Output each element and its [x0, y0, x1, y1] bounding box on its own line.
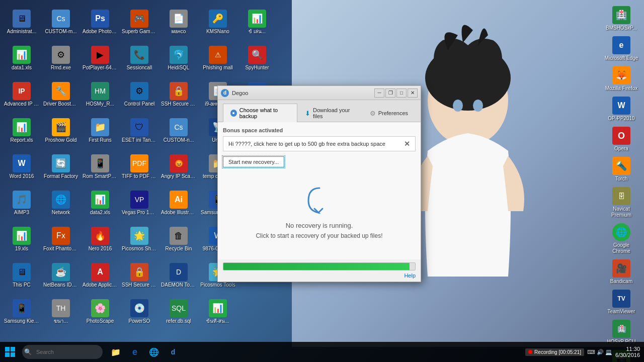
icon-aimp3[interactable]: 🎵 AIMP3 — [2, 185, 41, 221]
icon-formatfactory[interactable]: 🔄 Format Factory — [41, 149, 80, 185]
icon-firstruns[interactable]: 📁 First Runs — [80, 113, 120, 149]
svg-point-3 — [453, 100, 463, 112]
bonus-close-button[interactable]: ✕ — [404, 140, 410, 148]
icon-oppp2010[interactable]: W OP-PP2010 — [602, 95, 641, 124]
rec-indicator — [528, 350, 532, 354]
icon-sessioncall[interactable]: 📞 Sessioncall — [120, 40, 159, 76]
icon-data1xls[interactable]: 📊 data1.xls — [2, 40, 41, 76]
icon-heidisql[interactable]: 🐬 HeidiSQL — [159, 40, 198, 76]
icon-bmshosxp[interactable]: 🏥 BMSHOSxP... — [602, 4, 641, 33]
icon-driverbooster[interactable]: 🔧 Driver Booster 3 — [41, 76, 80, 113]
icon-vegaspro[interactable]: VP Vegas Pro 13.0 (64-bit) — [120, 185, 159, 221]
search-icon: 🔍 — [24, 348, 32, 355]
icon-photoscap[interactable]: 🌸 PhotoScape — [80, 294, 120, 330]
icon-sshfile[interactable]: 🔒 SSH Secure File Transf... — [120, 257, 159, 294]
maximize-button[interactable]: □ — [396, 88, 407, 98]
degoo-icon: d — [221, 89, 229, 97]
icon-eset[interactable]: 🛡 ESET ini Tann... — [120, 113, 159, 149]
desktop-icons-right: 🏥 BMSHOSxP... e Microsoft Edge 🦊 Mozilla… — [599, 0, 644, 342]
icon-adobeillust[interactable]: Ai Adobe Illustrat... — [159, 185, 198, 221]
taskbar: 🔍 📁 e 🌐 d Recording [00:05:21] ⌨ 🔊 💻 — [0, 342, 644, 362]
start-button[interactable] — [0, 342, 20, 362]
icon-teamviewer[interactable]: TV TeamViewer — [602, 288, 641, 317]
icon-angryip[interactable]: 😡 Angry IP Scanner — [159, 149, 198, 185]
dialog-tabs: Choose what to backup ⬇ Download your fi… — [218, 100, 421, 122]
icon-19xls[interactable]: 📊 19.xls — [2, 221, 41, 257]
tab-preferences[interactable]: ⚙ Preferences — [362, 104, 416, 122]
icon-thispc[interactable]: 🖥 This PC — [2, 257, 41, 294]
taskbar-search-input[interactable] — [22, 345, 103, 359]
icon-mozilla[interactable]: 🦊 Mozilla Firefox — [602, 64, 641, 94]
bonus-banner[interactable]: Hi ?????, click here to get up to 500 gb… — [223, 136, 416, 151]
icon-navicat[interactable]: 🗄 Navicat Premium — [602, 185, 641, 220]
tab-choose-backup[interactable]: Choose what to backup — [223, 104, 297, 122]
icon-xlsfile2[interactable]: 📊 ข้นที่-สน... — [198, 294, 237, 330]
no-recovery-area: No recovery is running. Click to start a… — [223, 175, 416, 254]
icon-rmdexe[interactable]: ⚙ Rmd.exe — [41, 40, 80, 76]
icon-phishing[interactable]: ⚠ Phishing mall — [198, 40, 237, 76]
icon-custom1[interactable]: Cs CUSTOM-m... — [41, 4, 80, 40]
icon-referdb[interactable]: SQL refer.db.sql — [159, 294, 198, 330]
icon-network[interactable]: 🌐 Network — [41, 185, 80, 221]
dialog-title: Degoo — [232, 90, 371, 96]
icon-kmsnano[interactable]: 🔑 KMSNano — [198, 4, 237, 40]
icon-msedge[interactable]: e Microsoft Edge — [602, 34, 641, 63]
taskbar-right: Recording [00:05:21] ⌨ 🔊 💻 11:306/30/201… — [525, 346, 644, 358]
bonus-banner-text: Hi ?????, click here to get up to 500 gb… — [228, 141, 385, 147]
icon-advancedip[interactable]: IP Advanced IP Scanner — [2, 76, 41, 113]
bonus-space-label: Bonus space activated — [223, 127, 416, 133]
taskbar-chrome-button[interactable]: 🌐 — [145, 343, 163, 361]
icon-powershell[interactable]: 💿 PowerSO — [120, 294, 159, 330]
icon-superbgame[interactable]: 🎮 Superb Game Boost — [120, 4, 159, 40]
taskbar-degoo-button[interactable]: d — [164, 343, 182, 361]
icon-adobeapp[interactable]: A Adobe Applicati... — [80, 257, 120, 294]
tab-download-files[interactable]: ⬇ Download your files — [297, 104, 362, 122]
icon-custom2[interactable]: Cs CUSTOM-n... — [159, 113, 198, 149]
icon-bandicam[interactable]: 🎥 Bandicam — [602, 257, 641, 287]
icon-nero[interactable]: 🔥 Nero 2016 — [80, 221, 120, 257]
progress-bar-fill — [223, 263, 410, 270]
icon-opera[interactable]: O Opera — [602, 125, 641, 154]
icon-controlpanel[interactable]: ⚙ Control Panel — [120, 76, 159, 113]
icon-word2016[interactable]: W Word 2016 — [2, 149, 41, 185]
start-recovery-button[interactable]: Start new recovery... — [223, 156, 284, 167]
icon-torch[interactable]: 🔦 Torch — [602, 155, 641, 184]
icon-netbeans[interactable]: ☕ NetBeans IDE 8.2 — [41, 257, 80, 294]
icon-sshclient[interactable]: 🔒 SSH Secure Shell Client — [159, 76, 198, 113]
close-button[interactable]: ✕ — [408, 88, 418, 98]
icon-manco[interactable]: 📄 мансо — [159, 4, 198, 40]
system-tray[interactable]: ⌨ 🔊 💻 — [587, 349, 612, 355]
icon-thutinh[interactable]: TH ฆนา... — [41, 294, 80, 330]
icon-potplayer[interactable]: ▶ PotPlayer-64 bit — [80, 40, 120, 76]
progress-bar — [223, 262, 416, 270]
icon-xlsfile3[interactable]: 📊 ข้ เล่น... — [237, 4, 277, 40]
restore-button[interactable]: ❐ — [385, 88, 395, 98]
icon-spyhunter[interactable]: 🔍 SpyHunter — [237, 40, 277, 76]
window-controls: ─ ❐ □ ✕ — [374, 88, 418, 98]
taskbar-file-explorer[interactable]: 📁 — [107, 343, 125, 361]
desktop: 🖥 Administrat... 📊 data1.xls IP Advanced… — [0, 0, 644, 362]
minimize-button[interactable]: ─ — [374, 88, 384, 98]
icon-recycle[interactable]: 🗑 Recycle Bin — [159, 221, 198, 257]
icon-romsmartphone[interactable]: 📱 Rom SmartPhone — [80, 149, 120, 185]
icon-googlechrome[interactable]: 🌐 Google Chrome — [602, 221, 641, 256]
dialog-body: Bonus space activated Hi ?????, click he… — [218, 122, 421, 259]
icon-data2xls[interactable]: 📊 data2.xls — [80, 185, 120, 221]
icon-foxitpdf[interactable]: Fx Foxit PhantomPDF — [41, 221, 80, 257]
icon-proshow[interactable]: 🎬 Proshow Gold — [41, 113, 80, 149]
icon-daemon[interactable]: D DAEMON Tools Lite — [159, 257, 198, 294]
icon-reportxls[interactable]: 📊 Report.xls — [2, 113, 41, 149]
icon-picosmos[interactable]: 🌟 Picosmos Shows — [120, 221, 159, 257]
windows-logo — [5, 347, 15, 357]
icon-hosmy[interactable]: HM HOSMy_R... — [80, 76, 120, 113]
icon-samsungkies3[interactable]: 📱 Samsung Kies 3 — [2, 294, 41, 330]
icon-adobe[interactable]: Ps Adobe Photosh... — [80, 4, 120, 40]
no-recovery-text: No recovery is running. — [286, 222, 353, 229]
dialog-titlebar: d Degoo ─ ❐ □ ✕ — [218, 86, 421, 100]
icon-tifftopdf[interactable]: PDF TIFF to PDF Converter — [120, 149, 159, 185]
ie-icon: e — [129, 346, 141, 358]
help-link[interactable]: Help — [223, 273, 416, 279]
degoo-dialog: d Degoo ─ ❐ □ ✕ Choose what to backup ⬇ … — [217, 85, 421, 282]
icon-administrat[interactable]: 🖥 Administrat... — [2, 4, 41, 40]
taskbar-ie-button[interactable]: e — [126, 343, 144, 361]
